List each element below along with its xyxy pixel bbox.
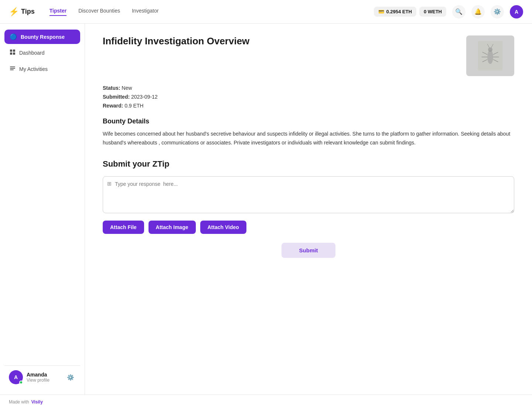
topnav: ⚡ Tips Tipster Discover Bounties Investi…: [0, 0, 532, 24]
reward-value: 0.9 ETH: [125, 103, 143, 109]
status-row: Status: New: [103, 85, 514, 91]
online-indicator: [19, 381, 23, 384]
submitted-row: Submitted: 2023-09-12: [103, 94, 514, 100]
submit-title: Submit your ZTip: [103, 159, 514, 169]
bounty-details-title: Bounty Details: [103, 117, 514, 125]
footer-brand: Visily: [31, 399, 43, 405]
status-value: New: [122, 85, 132, 91]
bounty-thumbnail-svg: [475, 41, 505, 71]
attach-image-button[interactable]: Attach Image: [149, 221, 196, 234]
sidebar: 🔵 Bounty Response Dashboard: [0, 24, 85, 395]
bounty-image: [466, 35, 514, 76]
svg-rect-0: [10, 50, 12, 52]
submit-section: Submit your ZTip ⊞ Attach File Attach Im…: [103, 159, 514, 258]
sidebar-item-label-my-activities: My Activities: [19, 66, 48, 72]
submitted-label: Submitted:: [103, 94, 130, 100]
profile-avatar: A: [9, 370, 23, 384]
profile-info: Amanda View profile: [27, 372, 62, 383]
footer-made-with: Made with: [9, 399, 29, 405]
svg-point-8: [487, 50, 493, 64]
response-input-wrapper: ⊞: [103, 176, 514, 215]
nav-tab-investigator[interactable]: Investigator: [132, 8, 158, 16]
sidebar-item-dashboard[interactable]: Dashboard: [4, 45, 80, 60]
topnav-right: 💳 0.2954 ETH 0 WETH 🔍 🔔 ⚙️ A: [374, 5, 524, 18]
sidebar-item-bounty-response[interactable]: 🔵 Bounty Response: [4, 30, 80, 44]
eth-balance-badge: 💳 0.2954 ETH: [374, 7, 416, 17]
reward-row: Reward: 0.9 ETH: [103, 103, 514, 109]
dashboard-icon: [10, 49, 16, 57]
svg-rect-3: [13, 52, 15, 55]
sidebar-bottom: A Amanda View profile ⚙️: [4, 365, 80, 389]
attach-video-button[interactable]: Attach Video: [200, 221, 246, 234]
sidebar-item-label-dashboard: Dashboard: [19, 50, 45, 56]
sidebar-item-label-bounty-response: Bounty Response: [21, 34, 65, 40]
logo[interactable]: ⚡ Tips: [9, 7, 35, 17]
search-button[interactable]: 🔍: [452, 5, 466, 18]
overview-header: Infidelity Investigation Overview: [103, 35, 514, 76]
bounty-response-icon: 🔵: [10, 33, 17, 40]
svg-rect-1: [13, 50, 15, 52]
status-label: Status:: [103, 85, 120, 91]
wallet-display: 💳 0.2954 ETH 0 WETH: [374, 7, 447, 17]
activities-icon: [10, 65, 16, 73]
user-avatar-button[interactable]: A: [510, 5, 523, 18]
svg-rect-5: [10, 68, 15, 69]
submit-row: Submit: [103, 243, 514, 258]
grid-icon: ⊞: [107, 181, 112, 187]
profile-row: A Amanda View profile ⚙️: [9, 370, 76, 384]
profile-name: Amanda: [27, 372, 62, 378]
nav-tab-tipster[interactable]: Tipster: [50, 8, 66, 16]
view-profile-link[interactable]: View profile: [27, 378, 62, 383]
weth-balance: 0 WETH: [424, 9, 442, 14]
main-layout: 🔵 Bounty Response Dashboard: [0, 24, 532, 395]
svg-rect-6: [10, 69, 14, 70]
bounty-description: Wife becomes concerned about her husband…: [103, 130, 514, 147]
logo-icon: ⚡: [9, 7, 19, 17]
footer: Made with Visily: [0, 395, 532, 409]
bell-button[interactable]: 🔔: [471, 5, 485, 18]
svg-rect-4: [10, 67, 15, 67]
page-title: Infidelity Investigation Overview: [103, 35, 249, 47]
submitted-value: 2023-09-12: [131, 94, 158, 100]
weth-balance-badge: 0 WETH: [419, 7, 446, 17]
wallet-icon: 💳: [378, 9, 384, 14]
app-container: ⚡ Tips Tipster Discover Bounties Investi…: [0, 0, 532, 409]
eth-balance: 0.2954 ETH: [386, 9, 412, 14]
submit-button[interactable]: Submit: [282, 243, 336, 258]
attach-buttons: Attach File Attach Image Attach Video: [103, 221, 514, 234]
svg-rect-2: [10, 52, 12, 55]
meta-rows: Status: New Submitted: 2023-09-12 Reward…: [103, 85, 514, 109]
settings-button[interactable]: ⚙️: [491, 5, 504, 18]
logo-text: Tips: [21, 8, 35, 16]
profile-settings-button[interactable]: ⚙️: [65, 372, 76, 382]
nav-tab-discover-bounties[interactable]: Discover Bounties: [78, 8, 120, 16]
sidebar-item-my-activities[interactable]: My Activities: [4, 62, 80, 76]
svg-point-9: [488, 47, 492, 52]
nav-tabs: Tipster Discover Bounties Investigator: [50, 8, 159, 16]
response-textarea[interactable]: [103, 176, 514, 213]
main-content: Infidelity Investigation Overview: [85, 24, 532, 395]
reward-label: Reward:: [103, 103, 123, 109]
attach-file-button[interactable]: Attach File: [103, 221, 144, 234]
